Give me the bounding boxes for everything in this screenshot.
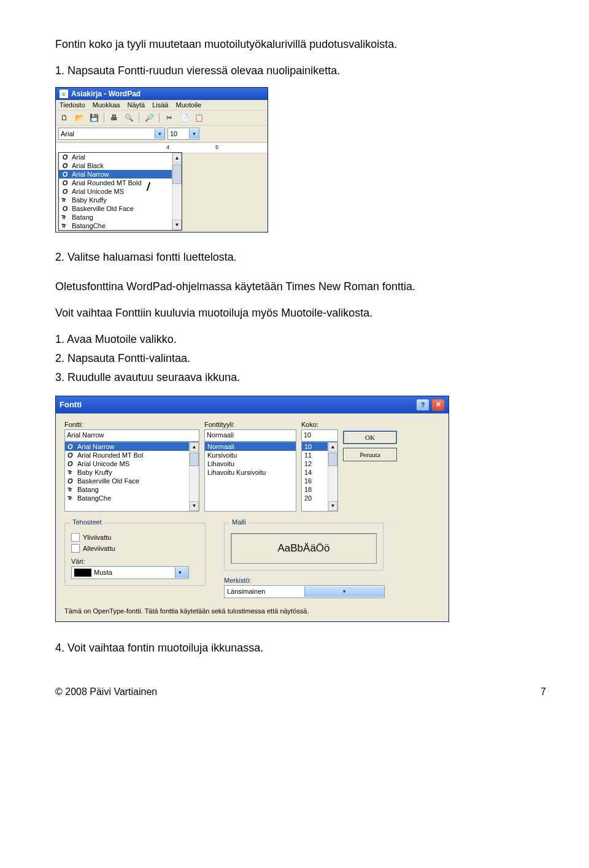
- checkbox-icon[interactable]: [71, 544, 80, 553]
- scrollbar[interactable]: ▲ ▼: [172, 153, 182, 230]
- font-option[interactable]: TrBaby Kruffy: [59, 196, 182, 204]
- paste-icon[interactable]: 📋: [193, 112, 205, 123]
- scroll-up-icon[interactable]: ▲: [172, 153, 182, 163]
- separator: [159, 113, 160, 123]
- save-icon[interactable]: 💾: [88, 112, 100, 123]
- opentype-icon: O: [61, 188, 69, 195]
- alt-intro: Voit vaihtaa Fonttiin kuuluvia muotoiluj…: [55, 305, 546, 321]
- scroll-up-icon[interactable]: ▲: [190, 442, 199, 452]
- font-name: BatangChe: [77, 494, 111, 502]
- font-name: Baby Kruffy: [72, 196, 107, 204]
- scroll-track[interactable]: [190, 466, 199, 501]
- opentype-icon: O: [61, 162, 69, 169]
- scroll-thumb[interactable]: [190, 453, 199, 466]
- opentype-icon: O: [67, 451, 75, 459]
- font-option[interactable]: OBaskerville Old Face: [59, 204, 182, 213]
- list-item[interactable]: Lihavoitu: [205, 459, 296, 468]
- ruler-mark: 5: [215, 144, 218, 150]
- print-icon[interactable]: 🖶: [108, 112, 120, 123]
- wordpad-menubar[interactable]: Tiedosto Muokkaa Näytä Lisää Muotoile: [56, 100, 268, 110]
- scrollbar[interactable]: ▲▼: [328, 442, 337, 511]
- list-item[interactable]: OArial Narrow: [65, 442, 199, 451]
- list-item[interactable]: Normaali: [205, 442, 296, 451]
- font-option[interactable]: OArial: [59, 153, 182, 161]
- style-name: Lihavoitu: [207, 460, 234, 467]
- font-option[interactable]: TrBatangChe: [59, 221, 182, 230]
- font-option[interactable]: OArial Rounded MT Bold: [59, 179, 182, 187]
- list-item[interactable]: TrBatang: [65, 485, 199, 494]
- font-listbox[interactable]: OArial Narrow OArial Rounded MT Bol OAri…: [64, 442, 199, 512]
- preview-icon[interactable]: 🔍: [123, 112, 135, 123]
- style-field[interactable]: Normaali: [204, 429, 296, 442]
- menu-insert[interactable]: Lisää: [152, 101, 168, 109]
- menu-file[interactable]: Tiedosto: [60, 101, 85, 109]
- opentype-icon: O: [61, 179, 69, 186]
- wordpad-app-icon: ≡: [60, 90, 68, 98]
- size-listbox[interactable]: 10 11 12 14 16 18 20 ▲▼: [301, 442, 338, 512]
- list-item[interactable]: Lihavoitu Kursivoitu: [205, 468, 296, 477]
- chevron-down-icon[interactable]: ▼: [189, 129, 199, 139]
- font-name: Arial: [72, 153, 85, 161]
- size-input[interactable]: [168, 129, 189, 139]
- font-name: Batang: [77, 486, 99, 493]
- chevron-down-icon[interactable]: ▼: [304, 586, 385, 597]
- chevron-down-icon[interactable]: ▼: [175, 567, 188, 578]
- menu-edit[interactable]: Muokkaa: [93, 101, 120, 109]
- scroll-track[interactable]: [328, 466, 337, 501]
- font-name: BatangChe: [72, 222, 106, 229]
- chevron-down-icon[interactable]: ▼: [155, 129, 164, 139]
- checkbox-icon[interactable]: [71, 533, 80, 542]
- scroll-thumb[interactable]: [172, 164, 182, 184]
- wordpad-fontbar: ▼ ▼: [56, 126, 268, 142]
- size-field[interactable]: 10: [301, 429, 338, 442]
- size-value: 10: [304, 443, 312, 450]
- charset-combo[interactable]: Länsimainen ▼: [224, 585, 385, 598]
- font-combo[interactable]: ▼: [58, 128, 165, 140]
- close-button[interactable]: ✕: [431, 399, 445, 411]
- dialog-title: Fontti: [60, 400, 82, 409]
- scroll-up-icon[interactable]: ▲: [328, 442, 337, 452]
- font-name: Baskerville Old Face: [77, 477, 139, 485]
- color-value: Musta: [94, 569, 175, 576]
- scrollbar[interactable]: ▲▼: [189, 442, 199, 511]
- menu-view[interactable]: Näytä: [127, 101, 145, 109]
- strike-checkbox[interactable]: Yliviivattu: [71, 533, 199, 542]
- new-icon[interactable]: 🗋: [58, 112, 71, 123]
- open-icon[interactable]: 📂: [73, 112, 85, 123]
- font-dropdown-list[interactable]: OArial OArial Black OArial Narrow OArial…: [58, 152, 182, 231]
- font-option[interactable]: OArial Unicode MS: [59, 187, 182, 196]
- opentype-icon: O: [67, 443, 75, 450]
- scroll-thumb[interactable]: [328, 453, 337, 466]
- sample-group: Malli AaBbÄäÖö: [224, 523, 383, 570]
- menu-format[interactable]: Muotoile: [175, 101, 201, 109]
- sample-preview: AaBbÄäÖö: [231, 533, 377, 564]
- style-name: Kursivoitu: [207, 451, 237, 459]
- cut-icon[interactable]: ✂: [163, 112, 175, 123]
- color-combo[interactable]: Musta ▼: [71, 566, 189, 579]
- scroll-down-icon[interactable]: ▼: [190, 501, 199, 511]
- list-item[interactable]: OBaskerville Old Face: [65, 477, 199, 485]
- font-option[interactable]: OArial Black: [59, 161, 182, 170]
- list-item[interactable]: OArial Rounded MT Bol: [65, 451, 199, 459]
- font-name: Arial Rounded MT Bol: [77, 451, 143, 459]
- list-item[interactable]: Kursivoitu: [205, 451, 296, 459]
- find-icon[interactable]: 🔎: [143, 112, 155, 123]
- copy-icon[interactable]: 📄: [178, 112, 190, 123]
- list-item[interactable]: OArial Unicode MS: [65, 459, 199, 468]
- font-field[interactable]: Arial Narrow: [64, 429, 199, 442]
- list-item[interactable]: TrBatangChe: [65, 494, 199, 502]
- list-item[interactable]: TrBaby Kruffy: [65, 468, 199, 477]
- ok-button[interactable]: OK: [343, 431, 397, 444]
- scroll-down-icon[interactable]: ▼: [328, 501, 337, 511]
- size-combo[interactable]: ▼: [167, 128, 199, 140]
- underline-checkbox[interactable]: Alleviivattu: [71, 544, 199, 553]
- font-option-selected[interactable]: OArial Narrow: [59, 170, 182, 179]
- scroll-track[interactable]: [172, 184, 182, 220]
- cancel-button[interactable]: Peruuta: [343, 448, 397, 461]
- style-listbox[interactable]: Normaali Kursivoitu Lihavoitu Lihavoitu …: [204, 442, 296, 512]
- font-input[interactable]: [59, 129, 155, 139]
- ruler-mark: 4: [166, 144, 169, 150]
- scroll-down-icon[interactable]: ▼: [172, 220, 182, 230]
- font-option[interactable]: TrBatang: [59, 213, 182, 221]
- help-button[interactable]: ?: [416, 399, 429, 411]
